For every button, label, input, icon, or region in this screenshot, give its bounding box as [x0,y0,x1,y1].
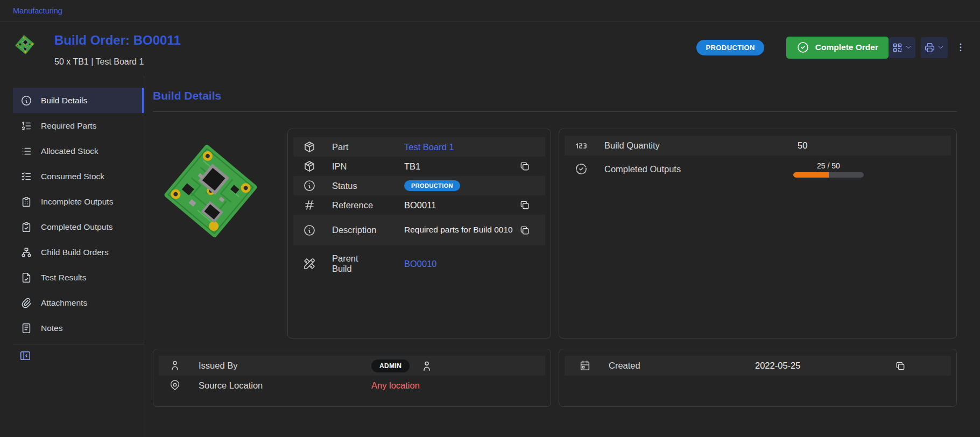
more-actions-button[interactable] [955,42,966,53]
sidebar-item-label: Test Results [41,273,86,283]
page-header: Build Order: BO0011 50 x TB1 | Test Boar… [0,22,980,76]
detail-value: TB1 [404,161,420,172]
panel-title: Build Details [153,89,957,102]
detail-label: Description [332,225,404,235]
map-pin-icon [169,379,182,392]
sidebar-item-label: Allocated Stock [41,146,98,156]
user-icon [421,360,433,372]
progress-label: 25 / 50 [793,161,864,170]
barcode-actions-button[interactable] [889,37,915,58]
hash-icon [303,199,316,212]
printer-icon [924,42,935,53]
sidebar-item-build-details[interactable]: Build Details [13,88,144,113]
detail-label: IPN [332,161,404,172]
sidebar-item-test-results[interactable]: Test Results [13,265,144,290]
status-badge: PRODUCTION [404,180,460,191]
completed-outputs-label: Completed Outputs [604,164,798,174]
user-icon [169,360,182,372]
part-image[interactable] [153,130,269,252]
info-circle-icon [20,95,32,107]
issued-by-label: Issued By [199,361,371,371]
copy-icon [519,225,530,236]
numbers-123-icon [575,139,588,152]
sidebar-item-notes[interactable]: Notes [13,315,144,341]
detail-row-description: Description Required parts for Build 001… [293,215,545,245]
sidebar-item-required-parts[interactable]: Required Parts [13,113,144,138]
info-circle-icon [303,224,316,237]
issued-by-badge: ADMIN [371,360,410,372]
sidebar-item-child-build-orders[interactable]: Child Build Orders [13,239,144,265]
detail-row-parent-build: Parent Build BO0010 [293,245,545,282]
created-label: Created [609,361,755,371]
complete-order-label: Complete Order [815,43,878,52]
detail-row-status: Status PRODUCTION [293,176,545,195]
detail-row-ipn: IPN TB1 [293,157,545,176]
sidebar-item-label: Consumed Stock [41,172,104,181]
part-thumbnail[interactable] [13,32,37,58]
detail-label: Part [332,142,404,152]
part-link[interactable]: Test Board 1 [404,142,454,152]
sidebar-item-label: Incomplete Outputs [41,197,113,207]
detail-row-part: Part Test Board 1 [293,137,545,157]
file-check-icon [20,272,32,284]
copy-icon [519,200,530,210]
detail-label: Reference [332,200,404,210]
complete-order-button[interactable]: Complete Order [786,37,889,59]
completed-outputs-progress: 25 / 50 [793,160,864,178]
list-numbers-icon [20,120,32,132]
breadcrumb: Manufacturing [0,0,980,22]
source-location-label: Source Location [199,380,371,391]
sidebar-item-label: Notes [41,323,63,333]
copy-button[interactable] [519,161,530,172]
detail-label: Status [332,181,404,191]
sidebar-item-attachments[interactable]: Attachments [13,290,144,315]
app-root: Manufacturing Build Order: BO0011 50 x T… [0,0,980,437]
list-icon [20,145,32,157]
sidebar-item-consumed-stock[interactable]: Consumed Stock [13,164,144,189]
copy-button[interactable] [519,225,530,236]
detail-value: BO0011 [404,200,436,210]
created-card: Created 2022-05-25 [559,349,957,407]
status-badge: PRODUCTION [696,40,764,55]
sidebar-item-label: Completed Outputs [41,222,113,232]
circle-check-icon [796,41,809,54]
detail-value: Required parts for Build 0010 [404,223,513,236]
breadcrumb-link-manufacturing[interactable]: Manufacturing [13,6,62,15]
copy-icon [519,161,530,172]
copy-button[interactable] [519,200,530,210]
source-location-row: Source Location Any location [159,376,545,396]
tools-icon [303,257,316,270]
copy-icon [895,361,906,371]
paperclip-icon [20,297,32,309]
sidebar-collapse-icon [19,350,31,362]
sidebar-divider [13,344,144,344]
build-quantity-row: Build Quantity 50 [565,136,951,156]
sidebar-item-label: Build Details [41,96,87,105]
sitemap-icon [20,246,32,258]
issue-card: Issued By ADMIN Source Location Any loca… [153,349,551,407]
print-actions-button[interactable] [921,37,948,58]
sidebar-item-label: Attachments [41,298,87,308]
notes-icon [20,322,32,334]
build-quantity-label: Build Quantity [604,140,798,151]
sidebar-item-label: Required Parts [41,121,96,131]
dots-vertical-icon [955,42,966,53]
sidebar-item-incomplete-outputs[interactable]: Incomplete Outputs [13,189,144,214]
copy-button[interactable] [895,361,906,371]
collapse-sidebar-button[interactable] [19,350,31,362]
main-panel: Build Details Part Test Board 1 [144,76,980,437]
parent-build-link[interactable]: BO0010 [404,259,437,269]
progress-check-icon [575,163,588,175]
issued-by-row: Issued By ADMIN [159,356,545,376]
created-row: Created 2022-05-25 [565,356,951,376]
sidebar-item-completed-outputs[interactable]: Completed Outputs [13,214,144,239]
source-location-value: Any location [371,380,420,391]
page-subtitle: 50 x TB1 | Test Board 1 [54,57,181,67]
sidebar-item-allocated-stock[interactable]: Allocated Stock [13,138,144,164]
chevron-down-icon [937,44,944,51]
build-quantity-value: 50 [798,140,807,151]
detail-label: Parent Build [332,253,404,274]
list-check-icon [20,171,32,182]
build-quantity-card: Build Quantity 50 Completed Outputs 25 /… [559,129,957,339]
progress-fill [793,172,829,178]
